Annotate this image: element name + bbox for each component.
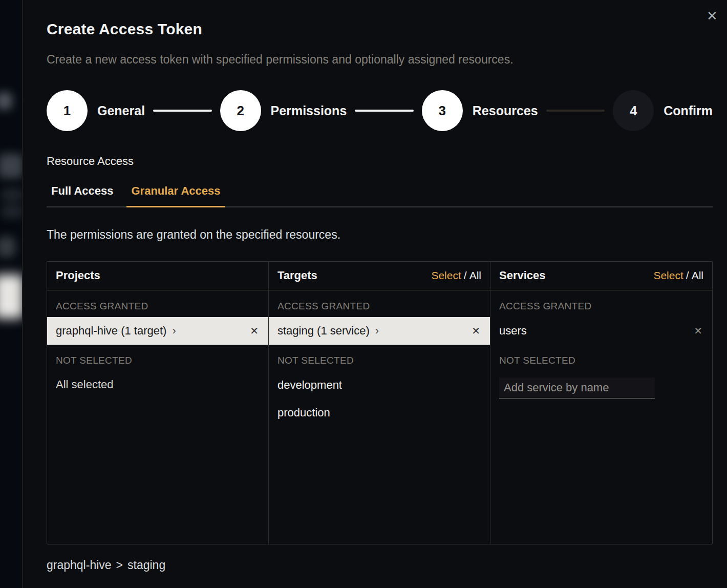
remove-target-icon[interactable]: ✕ bbox=[469, 324, 482, 338]
step-connector bbox=[153, 110, 212, 112]
targets-select-link[interactable]: Select bbox=[431, 269, 461, 281]
background-blur-blob bbox=[0, 92, 12, 110]
background-blur-blob bbox=[0, 237, 15, 257]
target-option-development[interactable]: development bbox=[269, 371, 490, 399]
background-blur-blob bbox=[0, 154, 22, 178]
step-general[interactable]: 1 General bbox=[47, 90, 145, 131]
projects-column: Projects ACCESS GRANTED graphql-hive (1 … bbox=[47, 262, 269, 544]
step-connector bbox=[355, 110, 414, 112]
remove-project-icon[interactable]: ✕ bbox=[248, 324, 261, 338]
access-granted-label: ACCESS GRANTED bbox=[269, 290, 490, 317]
step-label: General bbox=[97, 103, 145, 118]
granted-target-label: staging (1 service) bbox=[277, 324, 370, 338]
breadcrumb: graphql-hive>staging bbox=[47, 558, 713, 572]
column-title: Targets bbox=[277, 269, 317, 282]
chevron-right-icon: › bbox=[375, 325, 379, 337]
step-number-circle: 1 bbox=[47, 90, 88, 131]
close-icon[interactable]: ✕ bbox=[704, 8, 720, 24]
step-label: Permissions bbox=[271, 103, 347, 118]
targets-select-all-link[interactable]: All bbox=[469, 269, 481, 281]
services-column: Services Select/All ACCESS GRANTED users… bbox=[490, 262, 712, 544]
services-column-header: Services Select/All bbox=[490, 262, 712, 290]
select-separator: / bbox=[686, 269, 689, 281]
step-number-circle: 3 bbox=[422, 90, 463, 131]
not-selected-label: NOT SELECTED bbox=[490, 345, 712, 371]
access-granted-label: ACCESS GRANTED bbox=[47, 290, 268, 317]
targets-select-links: Select/All bbox=[431, 269, 481, 282]
all-selected-note: All selected bbox=[47, 371, 268, 398]
step-number-circle: 2 bbox=[220, 90, 261, 131]
page-backdrop bbox=[0, 0, 22, 588]
resource-access-heading: Resource Access bbox=[47, 155, 713, 168]
services-select-link[interactable]: Select bbox=[653, 269, 683, 281]
remove-service-icon[interactable]: ✕ bbox=[692, 324, 704, 338]
granted-target-row[interactable]: staging (1 service) › ✕ bbox=[269, 317, 490, 345]
add-service-input[interactable] bbox=[499, 377, 655, 398]
dialog-title: Create Access Token bbox=[47, 20, 713, 38]
granular-access-description: The permissions are granted on the speci… bbox=[47, 228, 713, 242]
breadcrumb-target[interactable]: staging bbox=[127, 558, 165, 572]
create-access-token-dialog: ✕ Create Access Token Create a new acces… bbox=[22, 0, 727, 588]
access-granted-label: ACCESS GRANTED bbox=[490, 290, 712, 317]
column-title: Services bbox=[499, 269, 546, 282]
resource-picker-table: Projects ACCESS GRANTED graphql-hive (1 … bbox=[47, 261, 713, 544]
background-blur-blob bbox=[0, 275, 22, 319]
step-label: Resources bbox=[473, 103, 538, 118]
step-connector bbox=[546, 110, 605, 112]
column-title: Projects bbox=[56, 269, 100, 282]
step-number-circle: 4 bbox=[613, 90, 654, 131]
target-option-production[interactable]: production bbox=[269, 399, 490, 427]
access-mode-tabs: Full Access Granular Access bbox=[47, 184, 713, 207]
dialog-subtitle: Create a new access token with specified… bbox=[47, 53, 713, 67]
background-blur-blob bbox=[1, 205, 22, 218]
breadcrumb-project[interactable]: graphql-hive bbox=[47, 558, 112, 572]
chevron-right-icon: › bbox=[172, 325, 176, 337]
step-permissions[interactable]: 2 Permissions bbox=[220, 90, 347, 131]
granted-project-label: graphql-hive (1 target) bbox=[56, 324, 166, 338]
services-select-links: Select/All bbox=[653, 269, 703, 282]
step-resources[interactable]: 3 Resources bbox=[422, 90, 538, 131]
granted-service-row: users ✕ bbox=[490, 317, 712, 345]
step-confirm[interactable]: 4 Confirm bbox=[613, 90, 713, 131]
not-selected-label: NOT SELECTED bbox=[269, 345, 490, 371]
step-label: Confirm bbox=[664, 103, 713, 118]
not-selected-label: NOT SELECTED bbox=[47, 345, 268, 371]
tab-granular-access[interactable]: Granular Access bbox=[126, 184, 225, 207]
tab-full-access[interactable]: Full Access bbox=[47, 184, 118, 207]
services-select-all-link[interactable]: All bbox=[692, 269, 703, 281]
select-separator: / bbox=[464, 269, 467, 281]
granted-service-label: users bbox=[499, 324, 527, 338]
granted-project-row[interactable]: graphql-hive (1 target) › ✕ bbox=[47, 317, 268, 345]
wizard-stepper: 1 General 2 Permissions 3 Resources 4 Co… bbox=[47, 90, 713, 131]
targets-column-header: Targets Select/All bbox=[269, 262, 490, 290]
background-blur-blob bbox=[1, 188, 22, 202]
targets-column: Targets Select/All ACCESS GRANTED stagin… bbox=[269, 262, 490, 544]
projects-column-header: Projects bbox=[47, 262, 268, 290]
breadcrumb-separator: > bbox=[116, 558, 123, 572]
